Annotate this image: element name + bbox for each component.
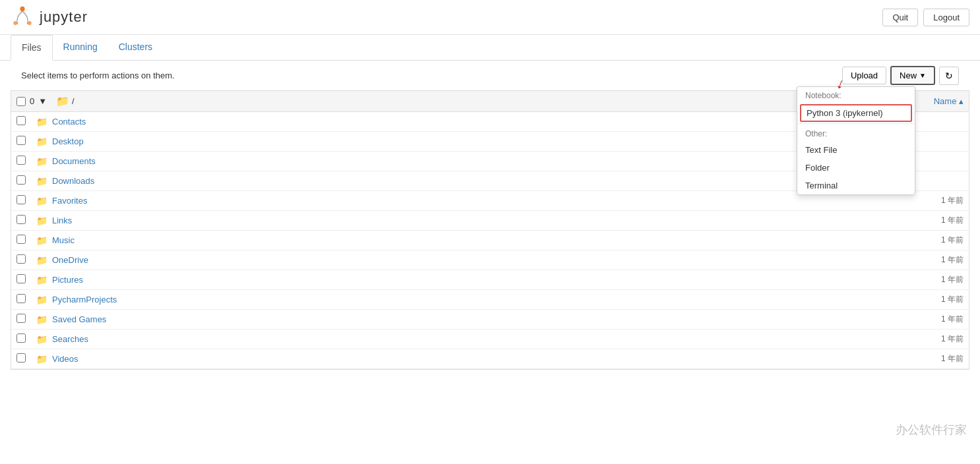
row-checkbox[interactable] xyxy=(16,156,26,165)
folder-icon: 📁 xyxy=(36,354,52,364)
python3-item[interactable]: Python 3 (ipykernel) xyxy=(800,104,912,122)
row-checkbox[interactable] xyxy=(16,215,26,224)
check-count: 0 xyxy=(30,96,34,106)
table-row: 📁 PycharmProjects 1 年前 xyxy=(11,290,969,310)
file-name[interactable]: Documents xyxy=(52,156,884,166)
folder-icon: 📁 xyxy=(36,216,52,226)
row-check-col xyxy=(16,215,36,226)
row-checkbox[interactable] xyxy=(16,314,26,323)
tab-clusters[interactable]: Clusters xyxy=(108,35,163,60)
folder-icon: 📁 xyxy=(36,295,52,305)
main-content: Select items to perform actions on them.… xyxy=(0,61,980,370)
notebook-section-label: Notebook: xyxy=(797,87,915,103)
folder-icon: 📁 xyxy=(36,136,52,147)
row-checkbox[interactable] xyxy=(16,334,26,343)
tab-files[interactable]: Files xyxy=(11,35,53,61)
folder-icon: 📁 xyxy=(36,176,52,187)
check-dropdown-arrow[interactable]: ▼ xyxy=(38,96,47,106)
table-row: 📁 OneDrive 1 年前 xyxy=(11,250,969,270)
folder-icon: 📁 xyxy=(36,334,52,345)
folder-icon: 📁 xyxy=(36,314,52,325)
file-name[interactable]: Favorites xyxy=(52,196,884,206)
row-checkbox[interactable] xyxy=(16,274,26,283)
svg-point-0 xyxy=(20,7,24,11)
name-column-header[interactable]: Name ▴ xyxy=(934,96,964,106)
new-button[interactable]: New ▼ xyxy=(890,66,935,85)
row-checkbox[interactable] xyxy=(16,195,26,204)
table-row: 📁 Pictures 1 年前 xyxy=(11,270,969,290)
svg-point-1 xyxy=(13,21,17,25)
file-name[interactable]: Videos xyxy=(52,354,884,364)
text-file-item[interactable]: Text File xyxy=(797,141,915,159)
folder-icon: 📁 xyxy=(36,117,52,127)
row-check-col xyxy=(16,254,36,266)
logo-text: jupyter xyxy=(40,9,88,26)
new-button-container: New ▼ ↓ Notebook: Python 3 (ipykernel) O… xyxy=(890,66,935,85)
row-checkbox[interactable] xyxy=(16,235,26,244)
header: jupyter Quit Logout xyxy=(0,0,980,35)
table-row: 📁 Music 1 年前 xyxy=(11,231,969,250)
row-checkbox[interactable] xyxy=(16,136,26,145)
row-check-col xyxy=(16,314,36,325)
select-all-checkbox[interactable] xyxy=(16,97,26,106)
terminal-item[interactable]: Terminal xyxy=(797,177,915,194)
row-checkbox[interactable] xyxy=(16,353,26,362)
header-buttons: Quit Logout xyxy=(882,9,969,26)
row-check-col xyxy=(16,175,36,187)
file-name[interactable]: Saved Games xyxy=(52,314,884,324)
file-date: 1 年前 xyxy=(884,334,964,345)
logo: jupyter xyxy=(11,5,88,29)
folder-icon: 📁 xyxy=(36,255,52,266)
logout-button[interactable]: Logout xyxy=(923,9,969,26)
file-name[interactable]: Contacts xyxy=(52,117,884,127)
row-check-col xyxy=(16,116,36,127)
folder-icon: 📁 xyxy=(56,95,69,107)
file-name[interactable]: Desktop xyxy=(52,136,884,146)
row-check-col xyxy=(16,136,36,147)
file-date: 1 年前 xyxy=(884,353,964,364)
file-name[interactable]: OneDrive xyxy=(52,255,884,265)
tab-bar: Files Running Clusters xyxy=(0,35,980,61)
select-hint: Select items to perform actions on them. xyxy=(21,71,175,80)
file-name[interactable]: PycharmProjects xyxy=(52,295,884,304)
folder-nav: 📁 / xyxy=(56,95,75,107)
file-name[interactable]: Links xyxy=(52,216,884,225)
tab-running[interactable]: Running xyxy=(53,35,108,60)
file-name[interactable]: Pictures xyxy=(52,275,884,285)
row-checkbox[interactable] xyxy=(16,294,26,303)
file-date: 1 年前 xyxy=(884,235,964,246)
row-checkbox[interactable] xyxy=(16,254,26,264)
row-check-col xyxy=(16,294,36,305)
table-row: 📁 Videos 1 年前 xyxy=(11,349,969,369)
row-check-col xyxy=(16,353,36,364)
row-checkbox[interactable] xyxy=(16,175,26,185)
new-dropdown-menu: ↓ Notebook: Python 3 (ipykernel) Other: … xyxy=(797,86,915,195)
table-row: 📁 Saved Games 1 年前 xyxy=(11,310,969,330)
row-checkbox[interactable] xyxy=(16,116,26,125)
file-date: 1 年前 xyxy=(884,314,964,325)
row-check-col xyxy=(16,195,36,206)
other-section-label: Other: xyxy=(797,125,915,141)
folder-icon: 📁 xyxy=(36,275,52,285)
file-name[interactable]: Music xyxy=(52,235,884,245)
table-row: 📁 Searches 1 年前 xyxy=(11,330,969,349)
new-dropdown-arrow: ▼ xyxy=(919,72,926,79)
column-headers: Name ▴ xyxy=(934,96,964,106)
file-name[interactable]: Searches xyxy=(52,334,884,344)
file-date: 1 年前 xyxy=(884,215,964,226)
file-date: 1 年前 xyxy=(884,254,964,266)
quit-button[interactable]: Quit xyxy=(882,9,918,26)
row-check-col xyxy=(16,334,36,345)
folder-icon: 📁 xyxy=(36,196,52,206)
table-row: 📁 Links 1 年前 xyxy=(11,211,969,231)
row-check-col xyxy=(16,156,36,167)
header-check-col: 0 ▼ xyxy=(16,96,56,106)
jupyter-logo-icon xyxy=(11,5,34,29)
row-check-col xyxy=(16,274,36,285)
folder-item[interactable]: Folder xyxy=(797,159,915,177)
refresh-button[interactable]: ↻ xyxy=(939,67,959,85)
dropdown-divider xyxy=(797,123,915,124)
toolbar: Select items to perform actions on them.… xyxy=(11,61,969,90)
upload-button[interactable]: Upload xyxy=(842,67,886,84)
file-name[interactable]: Downloads xyxy=(52,176,884,186)
